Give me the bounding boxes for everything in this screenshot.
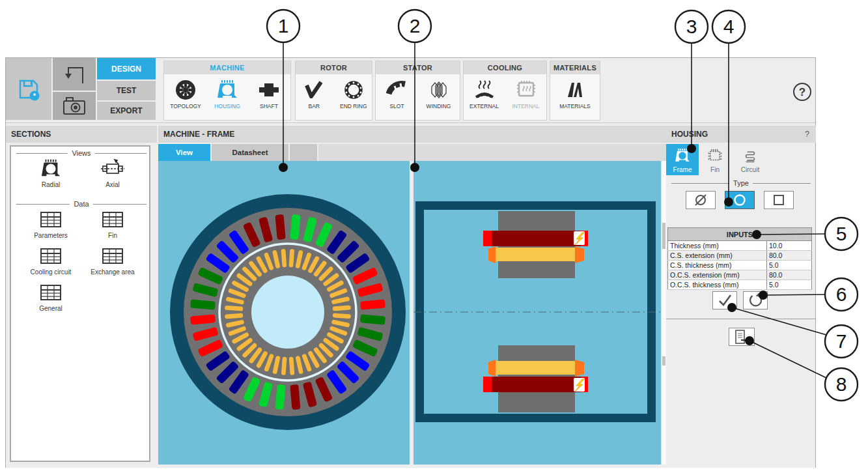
input-value[interactable]: 5.0: [767, 280, 812, 290]
section-item-cooling-circuit[interactable]: Cooling circuit: [17, 246, 85, 276]
fin-icon: [707, 147, 723, 164]
axial-ring-cap-right-bottom: [575, 360, 584, 377]
inputs-row: O.C.S. thickness (mm)5.0: [668, 280, 812, 290]
scrollbar-thumb[interactable]: [662, 223, 665, 249]
ribbon-item-shaft[interactable]: SHAFT: [249, 78, 288, 109]
ribbon-item-external[interactable]: EXTERNAL: [465, 78, 504, 109]
tab-view[interactable]: View: [158, 144, 212, 161]
apply-button[interactable]: [712, 291, 737, 309]
section-item-radial[interactable]: Radial: [17, 158, 85, 188]
axial-end-ring-top: [496, 248, 575, 261]
input-value[interactable]: 80.0: [767, 270, 812, 280]
help-button[interactable]: ?: [792, 81, 813, 102]
sections-box: Views Radial Axial: [10, 145, 150, 462]
tab-export-label: EXPORT: [110, 106, 142, 115]
section-item-axial[interactable]: Axial: [79, 158, 147, 188]
input-label: O.C.S. extension (mm): [668, 270, 767, 280]
frame-icon: [674, 147, 691, 164]
ribbon-item-housing[interactable]: HOUSING: [208, 78, 247, 109]
view-tabstrip: View Datasheet: [158, 144, 666, 161]
ribbon-group-machine: MACHINE TOPOLOGY HOUSING: [163, 61, 291, 121]
ribbon-item-internal: INTERNAL: [507, 78, 546, 109]
callout-number: 8: [836, 373, 847, 395]
ribbon-item-bar[interactable]: BAR: [296, 78, 333, 109]
ribbon-item-end-ring-label: END RING: [335, 103, 372, 109]
radial-view-pane[interactable]: [158, 161, 410, 465]
export-report-button[interactable]: [729, 328, 755, 346]
topology-icon: [174, 78, 197, 102]
screenshot-canvas: * DESIGN TEST EXPORT MACHINE: [0, 0, 868, 473]
ribbon-item-external-label: EXTERNAL: [465, 103, 504, 109]
ribbon-item-end-ring[interactable]: END RING: [335, 78, 372, 109]
machine-frame-title: MACHINE - FRAME: [158, 126, 666, 143]
undo-arrow-icon: [61, 63, 87, 85]
section-item-parameters[interactable]: Parameters: [17, 209, 85, 239]
housing-panel-title: HOUSING: [671, 130, 708, 139]
housing-tab-circuit[interactable]: Circuit: [731, 144, 769, 175]
callout-circle: [825, 278, 858, 311]
radial-view-icon: [40, 158, 62, 180]
views-divider-label: Views: [72, 149, 91, 157]
housing-tab-frame[interactable]: Frame: [666, 144, 699, 175]
axial-end-ring-bottom: [496, 361, 575, 375]
reset-button[interactable]: [743, 291, 768, 309]
housing-tab-frame-label: Frame: [666, 166, 699, 173]
reset-icon: [748, 293, 763, 308]
inputs-table: INPUTS Thickness (mm)10.0C.S. extension …: [667, 227, 812, 290]
save-icon: *: [15, 76, 42, 103]
section-item-general-label: General: [17, 305, 85, 312]
ribbon-item-materials-label: MATERIALS: [555, 103, 595, 109]
save-button[interactable]: *: [6, 58, 51, 120]
help-icon: ?: [792, 82, 812, 102]
housing-tab-circuit-label: Circuit: [731, 166, 769, 173]
tab-design[interactable]: DESIGN: [97, 58, 156, 79]
data-divider: Data: [11, 200, 152, 208]
callout-number: 3: [686, 16, 697, 37]
svg-text:?: ?: [799, 86, 805, 98]
ribbon-item-bar-label: BAR: [296, 103, 333, 109]
section-item-fin[interactable]: Fin: [79, 209, 147, 239]
ribbon-item-winding[interactable]: WINDING: [419, 78, 458, 109]
tab-design-label: DESIGN: [111, 64, 141, 74]
ribbon-item-topology[interactable]: TOPOLOGY: [166, 78, 205, 109]
machine-frame-panel: MACHINE - FRAME View Datasheet: [158, 124, 666, 465]
input-value[interactable]: 10.0: [767, 241, 812, 251]
sections-panel-title: SECTIONS: [6, 126, 157, 143]
tab-export[interactable]: EXPORT: [97, 102, 156, 120]
ribbon-group-materials-title: MATERIALS: [550, 61, 600, 74]
inputs-table-title: INPUTS: [668, 228, 812, 241]
no-frame-icon: [693, 192, 708, 208]
section-item-radial-label: Radial: [17, 181, 85, 188]
ribbon-item-materials[interactable]: MATERIALS: [555, 78, 595, 109]
screenshot-button[interactable]: [53, 92, 96, 120]
export-icon: [733, 329, 750, 345]
housing-help-icon[interactable]: ?: [805, 126, 809, 143]
end-ring-icon: [343, 79, 365, 101]
housing-tab-fin-label: Fin: [699, 166, 731, 173]
views-divider: Views: [11, 149, 152, 157]
ribbon-group-stator: STATOR SLOT: [375, 61, 460, 121]
tab-datasheet[interactable]: Datasheet: [212, 144, 290, 161]
section-item-cooling-circuit-label: Cooling circuit: [17, 268, 85, 276]
section-item-general[interactable]: General: [17, 282, 85, 312]
ribbon-group-stator-title: STATOR: [376, 61, 460, 74]
input-label: C.S. extension (mm): [668, 251, 767, 261]
ribbon-item-slot[interactable]: SLOT: [378, 78, 417, 109]
housing-tabs: Frame Fin Circuit: [666, 144, 769, 175]
ribbon-group-machine-title: MACHINE: [164, 61, 290, 74]
undo-button[interactable]: [53, 58, 96, 91]
ribbon-group-cooling-title: COOLING: [464, 61, 546, 74]
callout-number: 2: [410, 15, 421, 36]
ribbon-group-rotor: ROTOR BAR END RING: [295, 61, 372, 121]
housing-tab-fin[interactable]: Fin: [699, 144, 731, 175]
type-option-none[interactable]: [686, 191, 716, 209]
section-item-exchange-area[interactable]: Exchange area: [79, 246, 147, 276]
view-scrollbar[interactable]: [661, 161, 666, 465]
input-value[interactable]: 80.0: [767, 251, 812, 261]
input-value[interactable]: 5.0: [767, 261, 812, 270]
axial-view-pane[interactable]: [413, 161, 661, 465]
sections-panel: SECTIONS Views Radial: [6, 124, 157, 465]
type-option-circular[interactable]: [725, 191, 755, 209]
type-option-square[interactable]: [764, 191, 794, 209]
tab-test[interactable]: TEST: [97, 81, 156, 100]
